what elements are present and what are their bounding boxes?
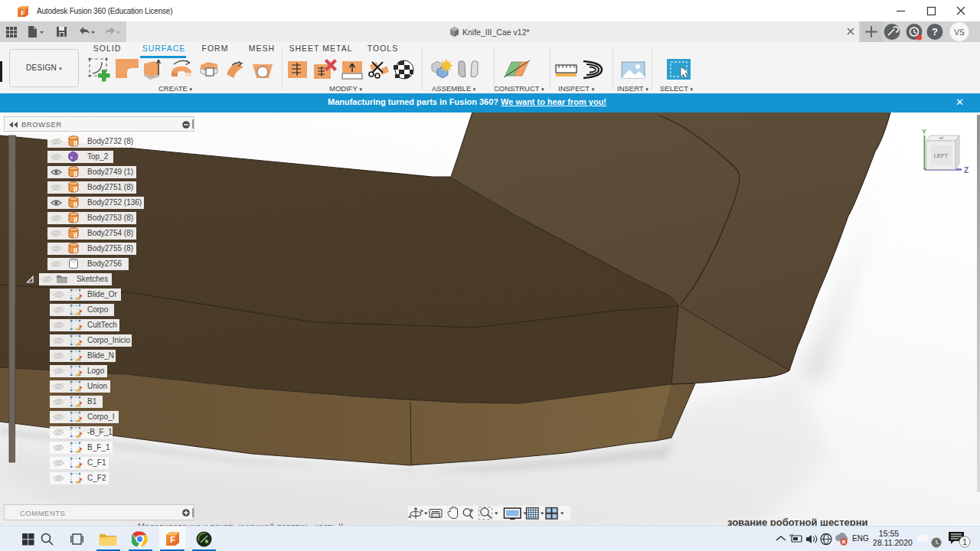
svg-text:F: F: [21, 9, 25, 17]
svg-text:Z: Z: [964, 166, 969, 174]
svg-text:?: ?: [932, 26, 938, 37]
svg-text:VS: VS: [954, 28, 965, 37]
svg-text:F: F: [170, 535, 175, 544]
svg-text:LEFT: LEFT: [934, 152, 949, 159]
svg-text:Y: Y: [922, 128, 926, 135]
svg-text:1: 1: [962, 538, 967, 546]
